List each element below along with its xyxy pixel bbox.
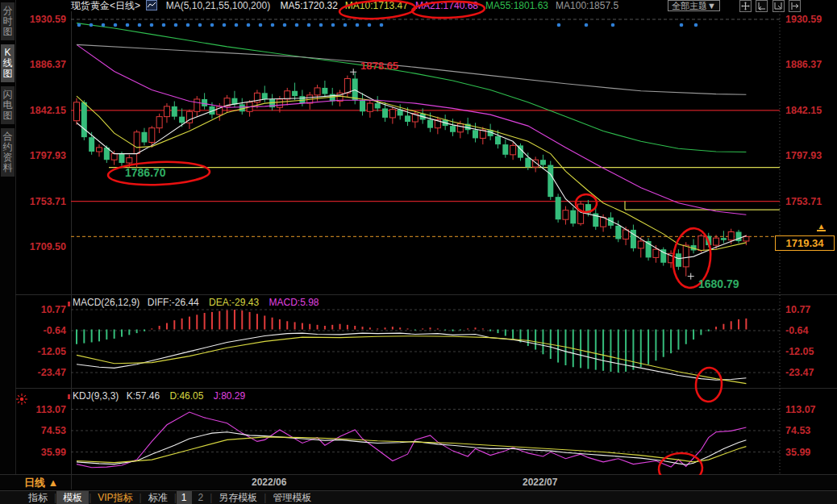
theme-dropdown[interactable]: 全部主题▼ [668, 0, 720, 11]
high-price-label: 1878.65 [360, 60, 398, 72]
move-tool-icon[interactable] [739, 0, 752, 12]
sidebar-tab-1[interactable]: K线图 [1, 44, 15, 82]
period-tag: <日线> [110, 0, 140, 11]
svg-text:1930.59: 1930.59 [30, 14, 66, 25]
kdj-header: KDJ(9,3,3) K:57.46 D:46.05 J:80.29 [73, 390, 245, 402]
kdj-d-value: D:46.05 [169, 390, 203, 402]
ma-settings-label: MA(5,10,21,55,100,200) [166, 0, 270, 11]
svg-text:-0.64: -0.64 [44, 325, 67, 336]
macd-histogram [77, 310, 746, 373]
toolbar-item-3[interactable]: 标准 [142, 491, 174, 504]
kdj-name[interactable]: KDJ(9,3,3) [73, 390, 119, 402]
kdj-j-value: J:80.29 [214, 390, 245, 402]
toolbar-item-1[interactable]: 模板 [56, 491, 89, 504]
svg-text:1753.71: 1753.71 [785, 196, 822, 207]
annotation-circles [108, 0, 750, 489]
ma-value-3: MA55:1801.63 [485, 0, 548, 11]
ma-value-2: MA21:1740.68 [415, 0, 478, 11]
chart-header: 现货黄金<日线> MA(5,10,21,55,100,200) MA5:1720… [71, 0, 837, 12]
period-selector[interactable]: 日线 ▲ [24, 476, 58, 490]
svg-text:-23.47: -23.47 [38, 367, 66, 378]
app-window: { "sidebar": { "tabs": [ {"label":"分时图",… [0, 0, 837, 504]
svg-text:10.77: 10.77 [41, 304, 66, 315]
svg-text:1797.93: 1797.93 [30, 150, 66, 161]
price-marker-icon: ▲ [817, 223, 826, 231]
ma-values: MA5:1720.32MA10:1713.47MA21:1740.68MA55:… [273, 0, 618, 11]
svg-text:113.07: 113.07 [785, 404, 816, 415]
svg-text:113.07: 113.07 [35, 404, 66, 415]
symbol-title: 现货黄金 [71, 0, 110, 11]
sidebar-tab-2[interactable]: 闪电图 [1, 86, 15, 124]
reference-lines [71, 19, 780, 236]
month-label-july: 2022/07 [523, 477, 557, 488]
svg-text:1753.71: 1753.71 [30, 196, 66, 207]
candles [74, 73, 749, 276]
current-price-tag[interactable]: 1719.34 [775, 235, 835, 251]
kdj-lines [77, 412, 746, 468]
toolbar-item-5[interactable]: 2 [192, 491, 210, 504]
svg-text:1842.15: 1842.15 [785, 105, 822, 116]
ma-value-4: MA100:1857.5 [556, 0, 618, 11]
svg-text:1886.37: 1886.37 [785, 59, 822, 70]
bottom-toolbar: 指标|模板|VIP指标|标准|12|另存模板|管理模板 [0, 490, 837, 504]
month-label-june: 2022/06 [252, 477, 286, 488]
svg-text:10.77: 10.77 [785, 304, 810, 315]
signal-dots [77, 23, 698, 27]
dip-price-label: 1786.70 [125, 166, 166, 179]
indicator-gridlines [71, 310, 780, 452]
kdj-k-value: K:57.46 [127, 390, 160, 402]
svg-text:1842.15: 1842.15 [30, 105, 66, 116]
svg-text:35.99: 35.99 [41, 447, 66, 458]
chart-canvas: 1930.591930.591886.371886.371842.151842.… [0, 0, 837, 504]
sidebar-tab-3[interactable]: 合约资料 [1, 128, 15, 177]
candlestick-chart-icon[interactable] [146, 0, 157, 10]
ma-value-1: MA10:1713.47 [345, 0, 408, 11]
low-price-label: 1680.79 [698, 277, 739, 290]
toolbar-item-0[interactable]: 指标 [22, 491, 54, 504]
header-toolbar-icons [738, 0, 801, 12]
svg-text:74.53: 74.53 [785, 425, 810, 436]
macd-lines [77, 333, 746, 384]
toolbar-item-2[interactable]: VIP指标 [91, 491, 139, 504]
svg-text:-0.64: -0.64 [785, 325, 809, 336]
svg-text:1886.37: 1886.37 [30, 59, 66, 70]
svg-text:-12.05: -12.05 [785, 346, 814, 357]
date-axis-row: 日线 ▲ 2022/06 2022/07 [0, 475, 837, 489]
axis-scale-left-icon[interactable] [756, 0, 768, 12]
svg-text:1930.59: 1930.59 [785, 14, 822, 25]
axis-scale-right-icon[interactable] [772, 0, 785, 12]
svg-text:-12.05: -12.05 [38, 346, 66, 357]
panel-borders [0, 11, 837, 475]
svg-text:-23.47: -23.47 [785, 367, 814, 378]
svg-text:35.99: 35.99 [785, 447, 810, 458]
macd-diff-value: DIFF:-26.44 [148, 297, 199, 308]
alert-starburst-icon [16, 394, 27, 405]
pan-right-icon[interactable] [789, 0, 801, 12]
macd-header: MACD(26,12,9) DIFF:-26.44 DEA:-29.43 MAC… [73, 297, 319, 308]
ma-value-0: MA5:1720.32 [280, 0, 337, 11]
left-tabstrip: 分时图K线图闪电图合约资料 [0, 0, 16, 474]
toolbar-item-4[interactable]: 1 [177, 491, 192, 504]
svg-text:74.53: 74.53 [41, 425, 66, 436]
macd-name[interactable]: MACD(26,12,9) [73, 297, 140, 308]
sidebar-tab-0[interactable]: 分时图 [1, 2, 15, 40]
toolbar-item-7[interactable]: 管理模板 [266, 491, 318, 504]
svg-text:1797.93: 1797.93 [785, 150, 822, 161]
ma-lines [77, 23, 746, 259]
date-row-divider [71, 475, 72, 489]
macd-macd-value: MACD:5.98 [269, 297, 319, 308]
macd-dea-value: DEA:-29.43 [209, 297, 259, 308]
extreme-markers [350, 69, 694, 279]
toolbar-item-6[interactable]: 另存模板 [212, 491, 264, 504]
svg-text:1709.50: 1709.50 [30, 241, 66, 252]
